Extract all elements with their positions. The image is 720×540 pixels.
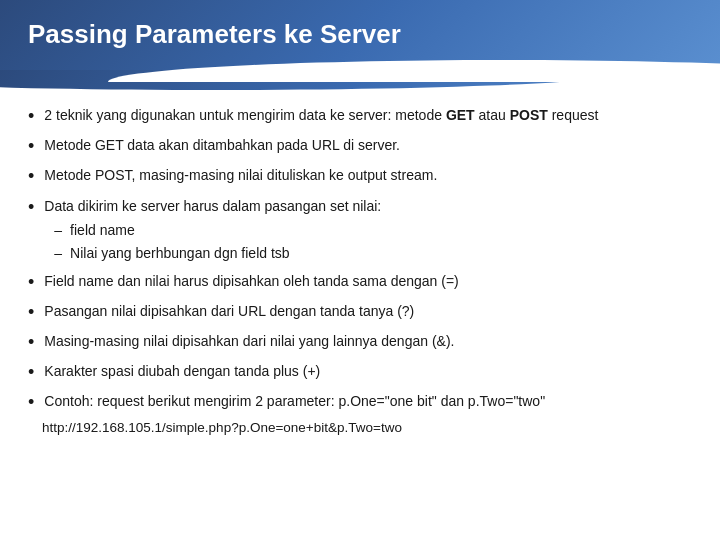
sub-item-text: field name xyxy=(70,220,135,241)
list-item: • Pasangan nilai dipisahkan dari URL den… xyxy=(28,298,692,328)
bullet-list: • 2 teknik yang digunakan untuk mengirim… xyxy=(28,102,692,419)
sub-dash: – xyxy=(54,243,62,264)
list-item: • Field name dan nilai harus dipisahkan … xyxy=(28,268,692,298)
bullet-dot: • xyxy=(28,300,34,325)
list-item: • Contoh: request berikut mengirim 2 par… xyxy=(28,388,692,418)
bullet-dot: • xyxy=(28,164,34,189)
bullet-dot: • xyxy=(28,195,34,220)
bullet-dot: • xyxy=(28,134,34,159)
bullet-dot: • xyxy=(28,330,34,355)
bullet-text: Karakter spasi diubah dengan tanda plus … xyxy=(44,361,692,382)
header-wave-decoration xyxy=(0,60,720,82)
slide-header: Passing Parameters ke Server xyxy=(0,0,720,72)
list-item: • Metode GET data akan ditambahkan pada … xyxy=(28,132,692,162)
bullet-text: Field name dan nilai harus dipisahkan ol… xyxy=(44,271,692,292)
list-item: • Masing-masing nilai dipisahkan dari ni… xyxy=(28,328,692,358)
sub-item: – field name xyxy=(54,219,692,242)
bullet-text: 2 teknik yang digunakan untuk mengirim d… xyxy=(44,105,692,126)
bullet-text: Data dikirim ke server harus dalam pasan… xyxy=(44,196,692,265)
slide-title: Passing Parameters ke Server xyxy=(28,19,401,50)
list-item: • Metode POST, masing-masing nilai ditul… xyxy=(28,162,692,192)
sub-item-text: Nilai yang berhbungan dgn field tsb xyxy=(70,243,290,264)
list-item: • Data dikirim ke server harus dalam pas… xyxy=(28,193,692,268)
sub-dash: – xyxy=(54,220,62,241)
sub-item: – Nilai yang berhbungan dgn field tsb xyxy=(54,242,692,265)
slide-content: • 2 teknik yang digunakan untuk mengirim… xyxy=(0,72,720,540)
bullet-dot: • xyxy=(28,270,34,295)
bullet-text: Pasangan nilai dipisahkan dari URL denga… xyxy=(44,301,692,322)
bullet-text: Metode GET data akan ditambahkan pada UR… xyxy=(44,135,692,156)
slide: Passing Parameters ke Server • 2 teknik … xyxy=(0,0,720,540)
bullet-text: Metode POST, masing-masing nilai ditulis… xyxy=(44,165,692,186)
list-item: • 2 teknik yang digunakan untuk mengirim… xyxy=(28,102,692,132)
bullet-dot: • xyxy=(28,104,34,129)
bullet-dot: • xyxy=(28,360,34,385)
bullet-text: Contoh: request berikut mengirim 2 param… xyxy=(44,391,692,412)
bullet-text: Masing-masing nilai dipisahkan dari nila… xyxy=(44,331,692,352)
bullet-dot: • xyxy=(28,390,34,415)
url-example: http://192.168.105.1/simple.php?p.One=on… xyxy=(42,420,692,435)
list-item: • Karakter spasi diubah dengan tanda plu… xyxy=(28,358,692,388)
sub-list: – field name – Nilai yang berhbungan dgn… xyxy=(44,219,692,265)
